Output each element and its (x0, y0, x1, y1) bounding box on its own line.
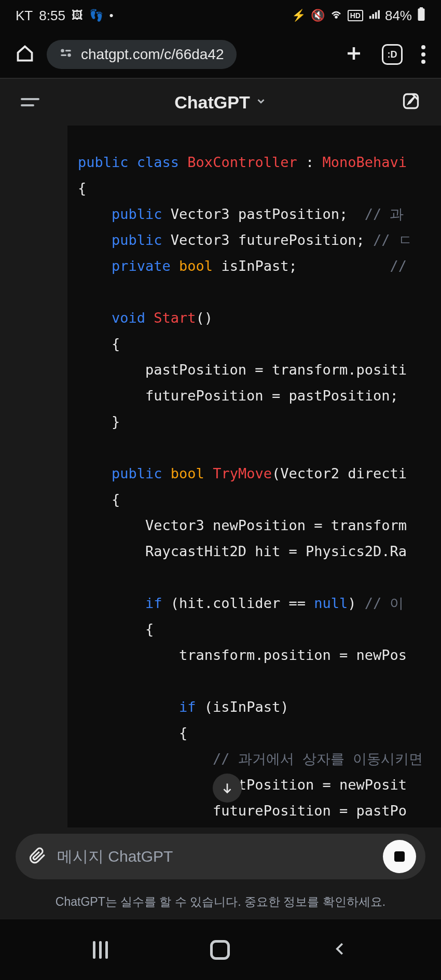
image-icon: 🖼 (72, 9, 83, 22)
footprint-icon: 👣 (89, 9, 103, 22)
status-bar: KT 8:55 🖼 👣 • ⚡ 🔇 HD 84% (0, 0, 441, 31)
attach-icon[interactable] (29, 847, 47, 866)
browser-toolbar: chatgpt.com/c/66da42 :D (0, 31, 441, 78)
chat-body[interactable]: public class BoxController : MonoBehavi … (0, 126, 441, 827)
model-selector[interactable]: ChatGPT (174, 92, 266, 113)
svg-rect-2 (372, 14, 374, 19)
time-label: 8:55 (39, 8, 65, 24)
svg-rect-8 (65, 50, 71, 51)
app-header: ChatGPT (0, 79, 441, 126)
recents-button[interactable] (93, 941, 108, 959)
message-input[interactable] (57, 848, 373, 865)
input-area (0, 827, 441, 892)
svg-rect-3 (375, 12, 377, 19)
svg-rect-4 (378, 10, 380, 19)
tabs-label: :D (388, 49, 397, 60)
site-settings-icon[interactable] (59, 46, 73, 63)
scroll-down-button[interactable] (213, 774, 242, 803)
battery-saver-icon: ⚡ (292, 9, 306, 22)
svg-rect-10 (61, 54, 66, 56)
back-button[interactable] (333, 941, 348, 959)
new-tab-icon[interactable] (344, 44, 363, 65)
battery-percent: 84% (385, 8, 412, 24)
svg-point-0 (335, 17, 337, 18)
mute-icon: 🔇 (311, 9, 325, 22)
url-bar[interactable]: chatgpt.com/c/66da42 (47, 40, 237, 69)
svg-rect-1 (369, 16, 371, 19)
hd-icon: HD (348, 10, 363, 21)
tabs-button[interactable]: :D (382, 44, 403, 65)
svg-point-9 (67, 53, 71, 57)
disclaimer-text: ChatGPT는 실수를 할 수 있습니다. 중요한 정보를 확인하세요. (0, 892, 441, 919)
stop-icon (394, 851, 405, 862)
battery-icon (417, 7, 425, 24)
stop-button[interactable] (383, 840, 416, 873)
android-nav-bar (0, 919, 441, 980)
app-title: ChatGPT (174, 92, 250, 113)
svg-rect-5 (418, 8, 425, 21)
chevron-down-icon (255, 95, 267, 109)
menu-icon[interactable] (21, 98, 39, 106)
url-text: chatgpt.com/c/66da42 (81, 46, 224, 63)
svg-point-7 (61, 49, 64, 52)
wifi-icon (330, 8, 342, 23)
dot-icon: • (109, 9, 114, 22)
svg-rect-6 (420, 7, 423, 9)
home-icon[interactable] (16, 44, 34, 65)
signal-icon (368, 8, 380, 23)
home-button[interactable] (210, 940, 230, 960)
code-block: public class BoxController : MonoBehavi … (67, 126, 441, 827)
more-menu-icon[interactable] (421, 45, 425, 64)
message-input-container (16, 834, 425, 879)
new-chat-icon[interactable] (402, 92, 420, 113)
carrier-label: KT (16, 8, 33, 24)
